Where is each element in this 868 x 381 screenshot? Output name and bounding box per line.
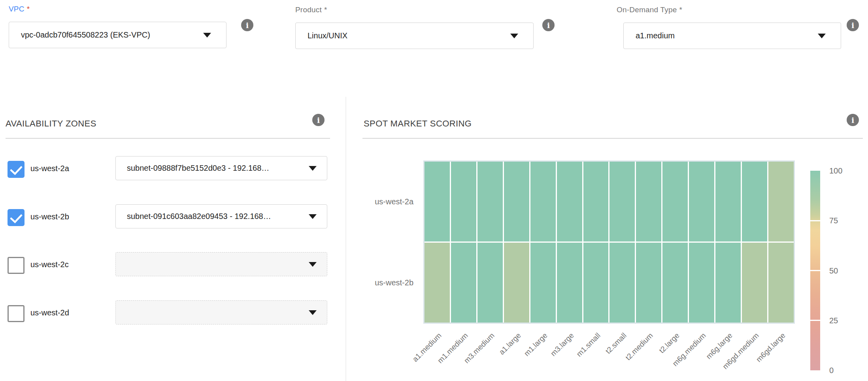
heatmap-cell-us-west-2a-t2.large[interactable] <box>662 162 688 241</box>
heatmap-cell-us-west-2b-a1.large[interactable] <box>504 243 529 323</box>
availability-zones-title: AVAILABILITY ZONES <box>6 119 96 129</box>
product-label: Product* <box>295 6 327 14</box>
colorbar-separator <box>810 220 820 221</box>
az-zone-label: us-west-2c <box>30 260 69 269</box>
heatmap-cell-us-west-2a-a1.large[interactable] <box>504 162 529 241</box>
on-demand-type-label: On-Demand Type* <box>617 6 682 14</box>
vpc-label-text: VPC <box>9 5 25 13</box>
heatmap-cell-us-west-2b-m1.small[interactable] <box>583 243 609 323</box>
heatmap-cell-us-west-2a-m1.medium[interactable] <box>451 162 476 241</box>
heatmap-cell-us-west-2b-t2.medium[interactable] <box>636 243 661 323</box>
chevron-down-icon <box>309 214 317 219</box>
heatmap-cell-us-west-2a-m1.large[interactable] <box>530 162 556 241</box>
heatmap-col-label: a1.medium <box>390 331 443 381</box>
spot-market-divider <box>362 138 863 139</box>
heatmap-grid <box>425 162 794 323</box>
subnet-select-us-west-2a[interactable]: subnet-09888f7be5152d0e3 - 192.168… <box>115 156 327 180</box>
heatmap-row-label: us-west-2a <box>346 197 413 206</box>
heatmap-cell-us-west-2b-m6gd.large[interactable] <box>768 243 794 323</box>
product-select-value: Linux/UNIX <box>296 31 510 40</box>
product-select[interactable]: Linux/UNIX <box>295 23 534 49</box>
on-demand-type-label-text: On-Demand Type <box>617 6 677 14</box>
vpc-select[interactable]: vpc-0adcb70f645508223 (EKS-VPC) <box>9 22 226 48</box>
panel-divider <box>345 97 346 381</box>
heatmap-cell-us-west-2b-t2.large[interactable] <box>662 243 688 323</box>
on-demand-type-required-asterisk: * <box>679 6 682 14</box>
heatmap-cell-us-west-2a-t2.medium[interactable] <box>636 162 661 241</box>
heatmap-cell-us-west-2b-m3.medium[interactable] <box>477 243 503 323</box>
on-demand-type-select[interactable]: a1.medium <box>623 23 841 49</box>
heatmap-cell-us-west-2b-m1.large[interactable] <box>530 243 556 323</box>
subnet-select-us-west-2d[interactable] <box>115 300 327 324</box>
heatmap-cell-us-west-2a-m6gd.medium[interactable] <box>742 162 767 241</box>
heatmap-cell-us-west-2b-a1.medium[interactable] <box>425 243 450 323</box>
heatmap-cell-us-west-2b-m6g.medium[interactable] <box>689 243 714 323</box>
az-checkbox-us-west-2d[interactable] <box>8 305 25 322</box>
chevron-down-icon <box>309 262 317 267</box>
subnet-select-us-west-2b[interactable]: subnet-091c603aa82e09453 - 192.168… <box>115 204 327 228</box>
heatmap-cell-us-west-2a-m6g.large[interactable] <box>715 162 741 241</box>
az-zone-label: us-west-2a <box>30 164 69 173</box>
heatmap-cell-us-west-2b-m3.large[interactable] <box>557 243 582 323</box>
on-demand-type-info-icon[interactable]: i <box>847 19 859 31</box>
az-checkbox-us-west-2b[interactable] <box>8 209 25 226</box>
vpc-info-icon[interactable]: i <box>241 19 253 31</box>
heatmap-cell-us-west-2b-m6g.large[interactable] <box>715 243 741 323</box>
az-row: us-west-2d <box>0 300 330 325</box>
chevron-down-icon <box>818 34 826 38</box>
chevron-down-icon <box>203 33 211 38</box>
colorbar-tick-label: 0 <box>829 366 857 375</box>
heatmap-cell-us-west-2a-m1.small[interactable] <box>583 162 609 241</box>
colorbar-tick-label: 75 <box>829 216 857 225</box>
heatmap-cell-us-west-2b-m1.medium[interactable] <box>451 243 476 323</box>
chevron-down-icon <box>309 310 317 315</box>
heatmap-cell-us-west-2a-t2.small[interactable] <box>609 162 635 241</box>
colorbar-separator <box>810 270 820 271</box>
heatmap-cell-us-west-2b-m6gd.medium[interactable] <box>742 243 767 323</box>
availability-zones-divider <box>6 138 330 139</box>
colorbar-tick-label: 25 <box>829 316 857 325</box>
product-info-icon[interactable]: i <box>542 19 555 31</box>
subnet-select-us-west-2c[interactable] <box>115 252 327 276</box>
heatmap-cell-us-west-2a-m3.large[interactable] <box>557 162 582 241</box>
chevron-down-icon <box>510 34 518 38</box>
spot-market-info-icon[interactable]: i <box>847 114 859 126</box>
subnet-select-value: subnet-09888f7be5152d0e3 - 192.168… <box>116 164 309 173</box>
colorbar-tick-label: 100 <box>829 166 857 175</box>
colorbar-tick-label: 50 <box>829 266 857 275</box>
colorbar-separator <box>810 320 820 321</box>
vpc-select-value: vpc-0adcb70f645508223 (EKS-VPC) <box>9 30 203 40</box>
vpc-required-asterisk: * <box>27 5 30 13</box>
spot-instance-config-page: VPC* vpc-0adcb70f645508223 (EKS-VPC) i P… <box>0 0 868 381</box>
chevron-down-icon <box>309 166 317 171</box>
heatmap-cell-us-west-2a-a1.medium[interactable] <box>425 162 450 241</box>
subnet-select-value: subnet-091c603aa82e09453 - 192.168… <box>116 212 309 221</box>
availability-zones-info-icon[interactable]: i <box>312 114 325 126</box>
heatmap-cell-us-west-2b-t2.small[interactable] <box>609 243 635 323</box>
az-zone-label: us-west-2d <box>30 308 69 317</box>
on-demand-type-select-value: a1.medium <box>624 31 818 40</box>
az-row: us-west-2c <box>0 252 330 277</box>
heatmap-row-label: us-west-2b <box>346 278 413 287</box>
product-label-text: Product <box>295 6 322 14</box>
heatmap-cell-us-west-2a-m6g.medium[interactable] <box>689 162 714 241</box>
product-required-asterisk: * <box>324 6 327 14</box>
heatmap-cell-us-west-2a-m3.medium[interactable] <box>477 162 503 241</box>
spot-market-heatmap <box>423 160 795 324</box>
az-zone-label: us-west-2b <box>30 212 69 221</box>
az-row: us-west-2bsubnet-091c603aa82e09453 - 192… <box>0 204 330 229</box>
az-row: us-west-2asubnet-09888f7be5152d0e3 - 192… <box>0 156 330 181</box>
vpc-label: VPC* <box>9 5 30 13</box>
az-checkbox-us-west-2a[interactable] <box>8 161 25 178</box>
az-checkbox-us-west-2c[interactable] <box>8 257 25 274</box>
spot-market-scoring-title: SPOT MARKET SCORING <box>364 119 472 129</box>
heatmap-cell-us-west-2a-m6gd.large[interactable] <box>768 162 794 241</box>
